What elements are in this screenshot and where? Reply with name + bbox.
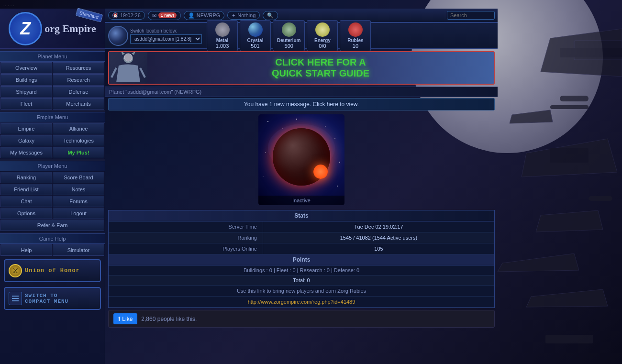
message-badge: 1 new! bbox=[158, 12, 177, 18]
rubies-icon bbox=[348, 22, 363, 37]
resource-crystal[interactable]: Crystal 501 bbox=[240, 20, 271, 51]
nav-technologies[interactable]: Technologies bbox=[53, 135, 104, 146]
refer-link[interactable]: http://www.zorgempire.com/reg.php?id=414… bbox=[248, 299, 355, 305]
nav-notes[interactable]: Notes bbox=[53, 184, 104, 195]
planet-header: Planet "asddd@gmail.com" (NEWRPG) bbox=[105, 87, 498, 97]
nav-galaxy[interactable]: Galaxy bbox=[0, 135, 52, 146]
resource-rubies[interactable]: Rubies 10 bbox=[340, 20, 371, 51]
nav-overview[interactable]: Overview bbox=[0, 62, 52, 74]
spy-icon: 🔍 bbox=[267, 12, 274, 19]
server-time-value: Tue Dec 02 19:02:17 bbox=[263, 221, 494, 232]
nav-fleet-nothing: ✦ Nothing bbox=[227, 11, 260, 20]
resources-bar: Switch location below: asddd@gmail.com [… bbox=[105, 23, 498, 49]
points-header-row: Points bbox=[109, 254, 494, 265]
server-time-label: Server Time bbox=[109, 221, 263, 232]
union-icon: ⚔ bbox=[9, 264, 22, 277]
nav-forums[interactable]: Forums bbox=[53, 196, 104, 207]
crystal-label: Crystal bbox=[244, 38, 267, 43]
energy-icon bbox=[315, 22, 330, 37]
nav-empire[interactable]: Empire bbox=[0, 123, 52, 134]
nav-simulator[interactable]: Simulator bbox=[53, 244, 104, 256]
nav-fleet[interactable]: Fleet bbox=[0, 98, 52, 110]
svg-point-29 bbox=[263, 176, 263, 176]
user-icon: 👤 bbox=[188, 12, 195, 19]
union-button[interactable]: ⚔ Union of Honor bbox=[4, 259, 101, 282]
nav-friend-list[interactable]: Friend List bbox=[0, 184, 52, 195]
player-menu-grid: Ranking Score Board Friend List Notes Ch… bbox=[0, 171, 105, 232]
nav-help[interactable]: Help bbox=[0, 244, 52, 256]
fleet-icon: ✦ bbox=[232, 13, 235, 18]
metal-value: 1.003 bbox=[211, 43, 233, 49]
nav-chat[interactable]: Chat bbox=[0, 196, 52, 207]
nav-shipyard[interactable]: Shipyard bbox=[0, 86, 52, 98]
nav-my-messages[interactable]: My Messages bbox=[0, 147, 52, 158]
nav-time: ⏰ 19:02:26 bbox=[108, 11, 145, 20]
planet-menu-header: Planet Menu bbox=[0, 51, 105, 62]
refer-row: Use this link to bring new players and e… bbox=[109, 286, 494, 297]
resource-metal[interactable]: Metal 1.003 bbox=[207, 20, 238, 51]
deuterium-value: 500 bbox=[277, 43, 300, 49]
svg-marker-20 bbox=[121, 51, 125, 55]
players-online-label: Players Online bbox=[109, 243, 263, 254]
like-count: 2,860 people like this. bbox=[141, 316, 197, 322]
game-help-grid: Help Simulator bbox=[0, 244, 105, 256]
resource-energy[interactable]: Energy 0/0 bbox=[307, 20, 338, 51]
player-menu-header: Player Menu bbox=[0, 161, 105, 171]
switch-location: Switch location below: asddd@gmail.com [… bbox=[130, 28, 202, 44]
sidebar: Z org Empire Standard Planet Menu Overvi… bbox=[0, 9, 105, 364]
nav-research[interactable]: Research bbox=[53, 74, 104, 86]
nav-spy: 🔍 bbox=[263, 11, 278, 20]
dots-decoration: . . . . . bbox=[2, 2, 14, 7]
server-time-row: Server Time Tue Dec 02 19:02:17 bbox=[109, 221, 494, 232]
switch-compact-button[interactable]: Switch toCompact Menu bbox=[4, 287, 101, 310]
ranking-label: Ranking bbox=[109, 232, 263, 243]
svg-point-25 bbox=[325, 126, 325, 126]
planet-image: Inactive bbox=[258, 114, 344, 205]
planet-selector[interactable]: asddd@gmail.com [1:82:8] bbox=[130, 34, 202, 44]
nav-ranking[interactable]: Ranking bbox=[0, 172, 52, 183]
nav-alliance[interactable]: Alliance bbox=[53, 123, 104, 134]
deuterium-label: Deuterium bbox=[277, 38, 300, 43]
clock-icon: ⏰ bbox=[112, 12, 118, 18]
rubies-label: Rubies bbox=[344, 38, 367, 43]
nav-refer-earn[interactable]: Refer & Earn bbox=[0, 220, 104, 231]
logo-title: org Empire bbox=[44, 22, 96, 35]
svg-line-17 bbox=[111, 68, 116, 77]
envelope-icon: ✉ bbox=[152, 12, 156, 19]
nav-score-board[interactable]: Score Board bbox=[53, 172, 104, 183]
search-area bbox=[447, 11, 495, 20]
banner-character bbox=[109, 51, 147, 85]
metal-label: Metal bbox=[211, 38, 233, 43]
nav-defense[interactable]: Defense bbox=[53, 86, 104, 98]
resource-deuterium[interactable]: Deuterium 500 bbox=[273, 20, 305, 51]
switch-location-label: Switch location below: bbox=[130, 28, 202, 33]
nav-options[interactable]: Options bbox=[0, 208, 52, 219]
standard-badge: Standard bbox=[76, 8, 103, 22]
quick-start-banner[interactable]: CLICK HERE FOR A QUICK START GUIDE bbox=[108, 51, 495, 85]
logo-z-letter: Z bbox=[9, 12, 42, 45]
planet-thumbnail bbox=[108, 26, 128, 46]
svg-rect-14 bbox=[12, 298, 19, 299]
message-bar[interactable]: You have 1 new message. Click here to vi… bbox=[108, 98, 495, 110]
nav-messages[interactable]: ✉ 1 new! bbox=[148, 11, 181, 20]
svg-point-26 bbox=[334, 138, 335, 139]
nav-resources[interactable]: Resources bbox=[53, 62, 104, 74]
empire-menu-header: Empire Menu bbox=[0, 112, 105, 122]
svg-line-18 bbox=[140, 68, 145, 77]
nav-buildings[interactable]: Buildings bbox=[0, 74, 52, 86]
right-decoration bbox=[498, 9, 622, 364]
nav-logout[interactable]: Logout bbox=[53, 208, 104, 219]
svg-point-27 bbox=[265, 152, 266, 153]
players-online-row: Players Online 105 bbox=[109, 243, 494, 254]
stats-section: Stats Server Time Tue Dec 02 19:02:17 Ra… bbox=[108, 210, 495, 308]
like-button[interactable]: f Like bbox=[113, 313, 137, 324]
nav-merchants[interactable]: Merchants bbox=[53, 98, 104, 110]
svg-rect-13 bbox=[12, 296, 19, 297]
svg-point-28 bbox=[339, 162, 340, 163]
nav-my-plus[interactable]: My Plus! bbox=[53, 147, 104, 158]
like-label: Like bbox=[122, 316, 133, 322]
search-input[interactable] bbox=[447, 11, 495, 20]
refer-link-row: http://www.zorgempire.com/reg.php?id=414… bbox=[109, 297, 494, 308]
main-wrapper: . . . . . Z org Empire Standard Planet M… bbox=[0, 0, 622, 364]
planet-glow bbox=[313, 165, 328, 179]
